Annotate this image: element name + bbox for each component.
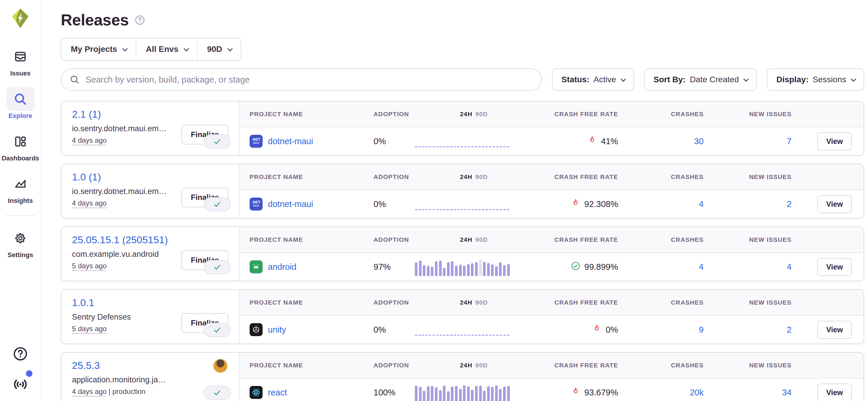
adoption-bar <box>423 265 426 276</box>
crash-free-rate: 0% <box>592 324 618 336</box>
adoption-bar <box>439 390 442 401</box>
help-icon[interactable] <box>13 346 28 363</box>
release-version-link[interactable]: 1.0 (1) <box>72 171 101 183</box>
release-panel: 1.0.1 Sentry Defenses 5 days ago Finaliz… <box>61 289 864 344</box>
column-header-90d: 90D <box>475 236 488 243</box>
project-link[interactable]: dotnet-maui <box>268 199 313 209</box>
sidebar-item-explore[interactable]: Explore <box>6 87 34 120</box>
project-link[interactable]: unity <box>268 325 286 335</box>
project-link[interactable]: android <box>268 262 297 272</box>
display-dropdown[interactable]: Display: Sessions <box>767 68 864 91</box>
sidebar-item-insights[interactable]: Insights <box>6 172 34 205</box>
adoption-bar <box>443 386 445 401</box>
release-panel: 2.1 (1) io.sentry.dotnet.maui.em… 4 days… <box>61 101 864 156</box>
view-button[interactable]: View <box>817 132 852 151</box>
adoption-bar <box>435 261 438 276</box>
release-health-table: Project Name Adoption 24H90D Crash Free … <box>240 101 864 155</box>
crashes-count-link[interactable]: 9 <box>699 325 704 334</box>
column-header-chart-range: 24H90D <box>460 299 488 306</box>
crashes-count-link[interactable]: 20k <box>690 388 704 397</box>
project-filter-dropdown[interactable]: My Projects <box>61 38 136 60</box>
android-icon <box>250 260 262 273</box>
project-link[interactable]: dotnet-maui <box>268 136 313 146</box>
adoption-bar <box>491 387 494 401</box>
column-header-new-issues: New Issues <box>749 362 792 369</box>
search-box <box>61 68 542 91</box>
release-version-link[interactable]: 25.5.3 <box>72 360 100 371</box>
view-button[interactable]: View <box>817 383 852 401</box>
column-header-project-name: Project Name <box>250 362 374 369</box>
sidebar-nav: IssuesExploreDashboardsInsightsSettings <box>1 45 39 269</box>
broadcast-icon[interactable] <box>12 375 28 392</box>
check-icon <box>212 325 222 335</box>
view-button[interactable]: View <box>817 321 852 339</box>
help-circle-icon[interactable] <box>134 15 145 27</box>
sidebar-item-settings[interactable]: Settings <box>6 227 34 259</box>
adoption-bar <box>415 386 417 401</box>
sort-by-dropdown[interactable]: Sort By: Date Created <box>644 68 757 91</box>
release-package: application.monitoring.ja… <box>72 375 196 385</box>
search-input[interactable] <box>85 75 533 85</box>
finalized-check-badge[interactable] <box>204 323 231 337</box>
adoption-chart <box>415 258 512 276</box>
chevron-down-icon <box>620 76 626 82</box>
flame-icon <box>571 198 580 208</box>
view-button[interactable]: View <box>817 258 852 276</box>
sidebar-item-dashboards[interactable]: Dashboards <box>1 130 39 162</box>
column-header-crash-free-rate: Crash Free Rate <box>554 110 618 118</box>
release-info-card: 2.1 (1) io.sentry.dotnet.maui.em… 4 days… <box>61 101 240 155</box>
adoption-value: 100% <box>374 388 415 397</box>
release-version-link[interactable]: 2.1 (1) <box>72 108 101 120</box>
column-header-crashes: Crashes <box>671 236 704 243</box>
new-issues-count-link[interactable]: 2 <box>787 325 792 334</box>
release-version-link[interactable]: 1.0.1 <box>72 297 94 308</box>
finalized-check-badge[interactable] <box>204 134 231 148</box>
column-header-adoption: Adoption <box>374 299 415 306</box>
finalized-check-badge[interactable] <box>204 197 231 211</box>
flame-icon <box>571 387 580 396</box>
release-version-link[interactable]: 25.05.15.1 (2505151) <box>72 234 168 245</box>
table-body-row: react 100% 93.679% 20k 34 View <box>240 378 864 401</box>
column-header-90d: 90D <box>475 362 488 369</box>
project-link[interactable]: react <box>268 388 287 397</box>
adoption-chart <box>415 383 512 401</box>
adoption-bar <box>427 386 430 401</box>
settings-icon <box>6 227 34 250</box>
crash-free-rate-value: 41% <box>601 136 618 146</box>
release-created-at: 4 days ago <box>72 388 106 395</box>
adoption-bar <box>467 386 470 401</box>
column-header-crash-free-rate: Crash Free Rate <box>554 362 618 369</box>
crashes-count-link[interactable]: 4 <box>699 262 704 272</box>
status-dropdown[interactable]: Status: Active <box>552 68 634 91</box>
column-header-crash-free-rate: Crash Free Rate <box>554 236 618 243</box>
date-range-filter-dropdown[interactable]: 90D <box>198 38 241 60</box>
finalized-check-badge[interactable] <box>204 260 231 274</box>
crashes-count-link[interactable]: 4 <box>699 199 704 209</box>
view-button[interactable]: View <box>817 195 852 213</box>
chevron-down-icon <box>227 46 232 51</box>
column-header-24h: 24H <box>460 362 472 369</box>
sentry-logo-icon[interactable] <box>11 8 30 29</box>
crashes-count-link[interactable]: 30 <box>694 136 704 146</box>
column-header-adoption: Adoption <box>374 236 415 243</box>
display-dropdown-label: Display: <box>776 75 808 84</box>
notification-dot <box>26 370 32 377</box>
table-body-row: unity 0% 0% 9 2 View <box>240 316 864 343</box>
environment-filter-dropdown[interactable]: All Envs <box>136 38 197 60</box>
new-issues-count-link[interactable]: 2 <box>787 199 792 209</box>
table-header-row: Project Name Adoption 24H90D Crash Free … <box>240 101 864 127</box>
adoption-bar <box>499 262 502 276</box>
sidebar-item-issues[interactable]: Issues <box>6 45 34 77</box>
flame-icon <box>592 324 601 333</box>
crash-free-rate-value: 92.308% <box>585 199 618 209</box>
page-header: Releases <box>61 11 864 29</box>
column-header-project-name: Project Name <box>250 236 374 243</box>
column-header-chart-range: 24H90D <box>460 362 488 369</box>
adoption-bar <box>507 386 510 401</box>
new-issues-count-link[interactable]: 4 <box>787 262 792 272</box>
finalized-check-badge[interactable] <box>204 386 231 400</box>
crash-free-rate: 41% <box>587 136 618 147</box>
new-issues-count-link[interactable]: 34 <box>782 388 792 397</box>
release-health-table: Project Name Adoption 24H90D Crash Free … <box>240 290 864 343</box>
new-issues-count-link[interactable]: 7 <box>787 136 792 146</box>
